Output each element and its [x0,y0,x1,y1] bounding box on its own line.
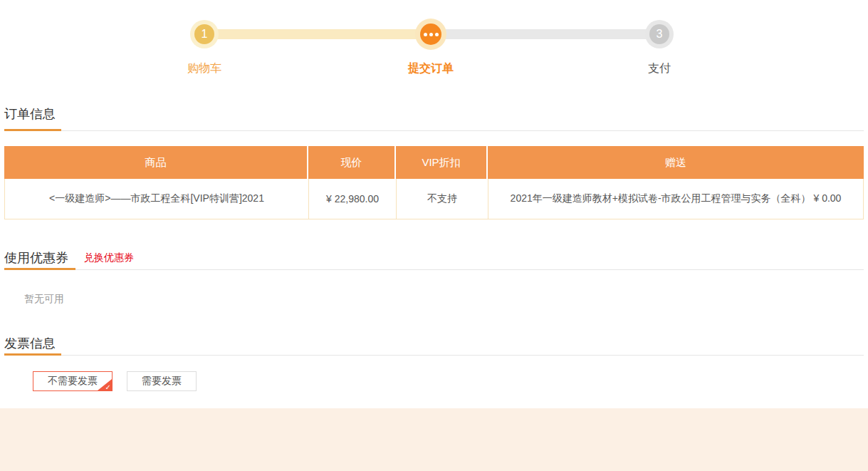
order-section-divider [4,130,864,131]
step-pay-circle: 3 [645,20,674,48]
need-invoice-button[interactable]: 需要发票 [127,371,197,391]
no-invoice-button[interactable]: 不需要发票 ✓ [33,371,113,391]
stepper-track-todo [431,29,659,39]
no-invoice-label: 不需要发票 [48,375,98,388]
stepper-track-done [204,29,431,39]
summary-bar: 商品总价： ¥ 22,980.00 享受折扣： ¥ 0.00 现金账户余额： ¥… [0,408,868,471]
order-section-accent [4,129,61,131]
cell-vip-discount: 不支持 [397,179,488,219]
cell-product: <一级建造师>——市政工程全科[VIP特训营]2021 [5,179,309,219]
order-table-header: 商品 现价 VIP折扣 赠送 [4,146,864,179]
cell-gift: 2021年一级建造师教材+模拟试卷-市政公用工程管理与实务（全科） ¥ 0.00 [488,179,863,219]
redeem-coupon-link[interactable]: 兑换优惠券 [84,252,134,264]
need-invoice-label: 需要发票 [142,375,182,388]
coupon-section-accent [4,268,75,270]
step-submit-circle [415,19,446,50]
check-icon: ✓ [105,383,111,391]
invoice-section-title: 发票信息 [4,335,56,352]
coupon-section-divider [4,269,864,270]
step-cart-label: 购物车 [126,61,283,76]
step-cart-circle: 1 [190,20,219,48]
order-table: 商品 现价 VIP折扣 赠送 <一级建造师>——市政工程全科[VIP特训营]20… [4,146,864,219]
invoice-section-divider [4,355,864,356]
col-product: 商品 [4,146,308,179]
coupon-empty-text: 暂无可用 [24,293,64,306]
col-vip-discount: VIP折扣 [396,146,488,179]
step-cart-number: 1 [194,24,214,44]
invoice-section-accent [4,353,61,356]
checkout-page: 1 3 购物车 提交订单 支付 订单信息 商品 现价 VIP折扣 赠送 <一级建… [0,0,868,471]
col-gift: 赠送 [488,146,864,179]
step-pay-number: 3 [649,24,669,44]
order-section-title: 订单信息 [4,105,56,123]
step-submit-label: 提交订单 [352,61,509,76]
col-price: 现价 [308,146,396,179]
coupon-section-title: 使用优惠券 [4,249,68,266]
ellipsis-icon [420,24,441,45]
step-pay-label: 支付 [581,61,738,76]
cell-price: ¥ 22,980.00 [309,179,397,219]
table-row: <一级建造师>——市政工程全科[VIP特训营]2021 ¥ 22,980.00 … [4,179,864,219]
